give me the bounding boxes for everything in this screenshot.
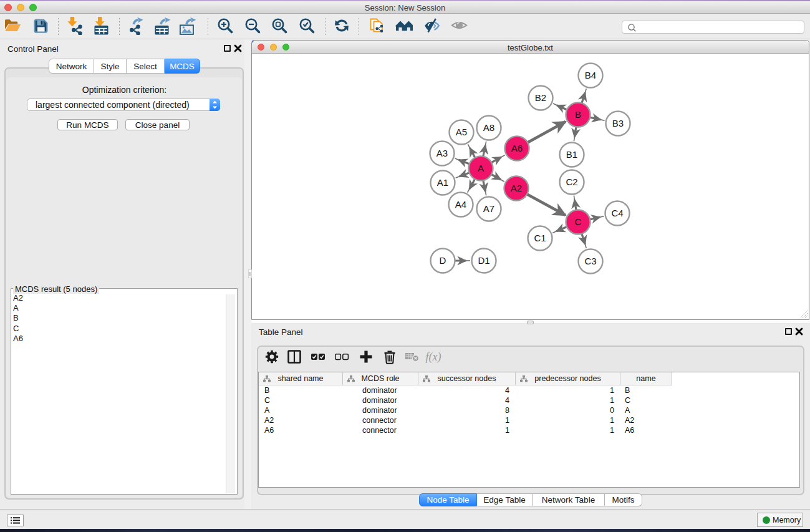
- svg-text:A5: A5: [456, 127, 467, 137]
- svg-text:B1: B1: [566, 149, 577, 160]
- svg-text:A2: A2: [511, 183, 522, 193]
- svg-text:A3: A3: [436, 148, 448, 158]
- svg-text:D: D: [440, 255, 446, 266]
- svg-text:B3: B3: [612, 118, 624, 128]
- svg-text:C1: C1: [534, 233, 546, 243]
- svg-text:A7: A7: [483, 203, 494, 214]
- svg-text:A4: A4: [455, 199, 466, 210]
- svg-text:B2: B2: [535, 92, 546, 103]
- svg-text:C: C: [575, 216, 582, 227]
- svg-text:C2: C2: [566, 177, 577, 187]
- svg-text:A8: A8: [483, 122, 494, 133]
- svg-text:C4: C4: [611, 208, 623, 218]
- svg-text:B: B: [575, 109, 581, 120]
- svg-text:B4: B4: [585, 70, 596, 80]
- svg-text:f(x): f(x): [426, 351, 441, 364]
- svg-text:D1: D1: [478, 255, 489, 266]
- svg-text:A1: A1: [437, 177, 448, 188]
- svg-text:C3: C3: [584, 256, 596, 266]
- svg-text:A6: A6: [511, 143, 523, 153]
- svg-text:A: A: [478, 163, 484, 173]
